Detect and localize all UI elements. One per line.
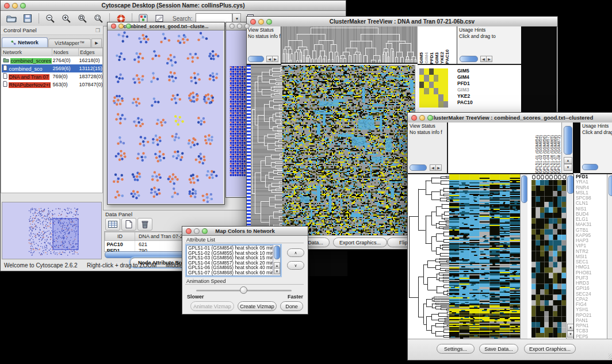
network-node[interactable] xyxy=(120,150,122,152)
network-node[interactable] xyxy=(194,192,197,194)
network-node[interactable] xyxy=(159,177,162,179)
network-node[interactable] xyxy=(162,33,165,35)
network-node[interactable] xyxy=(173,56,175,58)
network-node[interactable] xyxy=(136,175,138,178)
network-node[interactable] xyxy=(113,180,115,182)
export-graphics-button[interactable]: Export Graphics... xyxy=(333,237,387,247)
network-node[interactable] xyxy=(193,144,196,146)
column-marker-icon[interactable] xyxy=(558,175,561,179)
network-node[interactable] xyxy=(170,59,172,62)
treeview-combined-title-bar[interactable]: ClusterMaker TreeView : combined_scores_… xyxy=(408,113,612,123)
network-node[interactable] xyxy=(117,181,119,183)
matrix-cell[interactable] xyxy=(419,75,424,81)
column-marker-icon[interactable] xyxy=(532,175,536,179)
network-node[interactable] xyxy=(207,98,209,100)
network-node[interactable] xyxy=(200,32,202,35)
network-node[interactable] xyxy=(193,72,196,74)
network-node[interactable] xyxy=(216,72,218,75)
network-node[interactable] xyxy=(156,78,159,80)
network-node[interactable] xyxy=(195,158,197,160)
close-button[interactable] xyxy=(4,3,10,9)
attribute-list-item[interactable]: GPL51-04 (GSM857) heat shock 20 min xyxy=(187,260,280,266)
network-node[interactable] xyxy=(204,100,206,102)
network-node[interactable] xyxy=(156,122,158,125)
matrix-cell[interactable] xyxy=(424,75,429,81)
network-node[interactable] xyxy=(210,58,212,60)
network-node[interactable] xyxy=(124,118,126,120)
network-node[interactable] xyxy=(159,136,161,139)
network-node[interactable] xyxy=(116,95,118,97)
network-node[interactable] xyxy=(150,81,152,83)
network-node[interactable] xyxy=(121,77,124,79)
network-node[interactable] xyxy=(137,153,140,155)
network-node[interactable] xyxy=(157,160,159,162)
network-node[interactable] xyxy=(183,41,185,44)
network-node[interactable] xyxy=(118,95,121,97)
network-node[interactable] xyxy=(136,191,139,193)
network-node[interactable] xyxy=(194,53,197,55)
network-node[interactable] xyxy=(202,194,204,197)
network-node[interactable] xyxy=(121,158,123,160)
column-marker-icon[interactable] xyxy=(549,175,553,179)
network-node[interactable] xyxy=(126,35,128,37)
network-node[interactable] xyxy=(188,97,190,99)
network-node[interactable] xyxy=(215,53,217,55)
network-node[interactable] xyxy=(192,141,194,144)
network-node[interactable] xyxy=(115,155,117,157)
network-node[interactable] xyxy=(211,136,213,138)
network-node[interactable] xyxy=(113,97,116,99)
network-node[interactable] xyxy=(209,78,211,80)
network-node[interactable] xyxy=(133,193,136,195)
network-node[interactable] xyxy=(168,79,170,81)
network-node[interactable] xyxy=(137,60,140,63)
tv1-row-label[interactable]: GIM4 xyxy=(457,74,473,81)
network-node[interactable] xyxy=(177,40,179,42)
network-node[interactable] xyxy=(159,140,161,142)
tv1-row-label[interactable]: PAC10 xyxy=(457,99,473,106)
network-node[interactable] xyxy=(152,141,154,144)
network-node[interactable] xyxy=(155,156,158,159)
network-table-row[interactable]: DNA and Tran 07769(0)183728(0) xyxy=(2,72,104,81)
network-node[interactable] xyxy=(118,136,121,139)
matrix-cell[interactable] xyxy=(424,101,429,108)
network-node[interactable] xyxy=(123,152,125,155)
network-node[interactable] xyxy=(140,118,143,121)
network-node[interactable] xyxy=(153,187,155,189)
network-node[interactable] xyxy=(206,201,209,203)
tv2-collabel-scrollbar[interactable]: ▲ ▼ xyxy=(561,122,573,174)
network-node[interactable] xyxy=(192,189,194,191)
network-node[interactable] xyxy=(116,190,118,193)
network-node[interactable] xyxy=(137,56,140,58)
network-node[interactable] xyxy=(141,78,143,81)
network-node[interactable] xyxy=(151,178,154,181)
network-node[interactable] xyxy=(139,175,141,178)
network-node[interactable] xyxy=(145,41,147,43)
network-node[interactable] xyxy=(140,41,142,43)
network-node[interactable] xyxy=(155,135,157,137)
network-node[interactable] xyxy=(200,123,202,125)
done-button[interactable]: Done xyxy=(280,301,303,311)
network-node[interactable] xyxy=(186,39,189,41)
column-marker-icon[interactable] xyxy=(545,175,549,179)
network-node[interactable] xyxy=(175,102,177,104)
close-button[interactable] xyxy=(186,228,192,234)
network-node[interactable] xyxy=(213,171,215,173)
network-node[interactable] xyxy=(178,119,180,121)
attribute-scroll-thumb[interactable] xyxy=(274,246,280,259)
network-node[interactable] xyxy=(198,155,200,158)
network-node[interactable] xyxy=(209,143,211,145)
network-node[interactable] xyxy=(114,196,117,198)
network-node[interactable] xyxy=(192,177,194,179)
network-node[interactable] xyxy=(174,191,176,194)
col-header-network[interactable]: Network xyxy=(2,48,52,56)
network-node[interactable] xyxy=(160,124,163,127)
network-node[interactable] xyxy=(208,139,210,141)
network-node[interactable] xyxy=(204,139,206,141)
matrix-cell[interactable] xyxy=(429,94,434,101)
col-header-nodes[interactable]: Nodes xyxy=(52,48,79,56)
network-node[interactable] xyxy=(145,35,147,37)
network-node[interactable] xyxy=(154,101,156,103)
matrix-cell[interactable] xyxy=(443,101,448,108)
network-node[interactable] xyxy=(159,159,162,162)
network-node[interactable] xyxy=(153,97,155,99)
